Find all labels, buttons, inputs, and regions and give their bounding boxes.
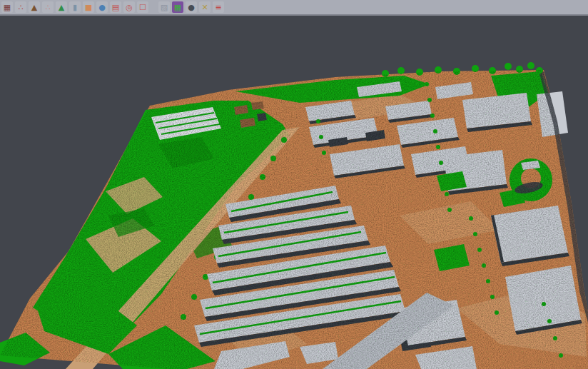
point-sampling-icon[interactable]: ∴: [42, 1, 54, 13]
top-tree-row-dot: [505, 63, 512, 70]
circle-select-icon-glyph: ◎: [126, 3, 133, 11]
profile-icon-glyph: ▮: [73, 3, 77, 11]
segment-icon[interactable]: ▨: [158, 1, 170, 13]
viewport-3d[interactable]: [0, 16, 588, 369]
rectangle-select-icon[interactable]: ☐: [137, 1, 148, 13]
delete-icon-glyph: ✕: [201, 3, 208, 11]
toolbar: ▦∴▲∴▲▮■●▤◎☐▨▦●✕≡: [0, 0, 588, 14]
terrain-green-icon[interactable]: ▲: [56, 1, 67, 13]
scalar-field-icon-glyph: ≡: [215, 3, 221, 11]
mesh-icon-glyph: ▦: [4, 3, 11, 11]
terrain-brown-icon[interactable]: ▲: [29, 1, 40, 13]
rectangle-select-icon-glyph: ☐: [139, 3, 146, 11]
registration-icon-glyph: ∴: [19, 3, 24, 11]
sphere-icon[interactable]: ●: [96, 1, 108, 13]
scalar-field-icon[interactable]: ≡: [213, 1, 224, 13]
camera-icon-glyph: ●: [188, 3, 195, 11]
histogram-icon[interactable]: ▤: [110, 1, 121, 13]
circle-select-icon[interactable]: ◎: [123, 1, 135, 13]
point-sampling-icon-glyph: ∴: [46, 3, 51, 11]
raster-icon-glyph: ■: [85, 3, 92, 11]
delete-icon[interactable]: ✕: [199, 1, 211, 13]
segment-icon-glyph: ▨: [161, 3, 168, 11]
sphere-icon-glyph: ●: [98, 3, 106, 11]
mesh-icon[interactable]: ▦: [1, 1, 13, 13]
classification-icon-glyph: ▦: [174, 3, 181, 11]
application-window: ▦∴▲∴▲▮■●▤◎☐▨▦●✕≡: [0, 0, 588, 369]
terrain-green-icon-glyph: ▲: [59, 3, 64, 11]
camera-icon[interactable]: ●: [186, 1, 197, 13]
registration-icon[interactable]: ∴: [15, 1, 26, 13]
profile-icon[interactable]: ▮: [69, 1, 81, 13]
top-tree-row-dot: [397, 67, 405, 74]
classification-icon[interactable]: ▦: [172, 1, 183, 13]
point-cloud-scene[interactable]: [0, 16, 588, 369]
histogram-icon-glyph: ▤: [112, 3, 119, 11]
top-tree-row-dot: [527, 62, 534, 69]
raster-icon[interactable]: ■: [83, 1, 94, 13]
terrain-brown-icon-glyph: ▲: [31, 3, 37, 11]
